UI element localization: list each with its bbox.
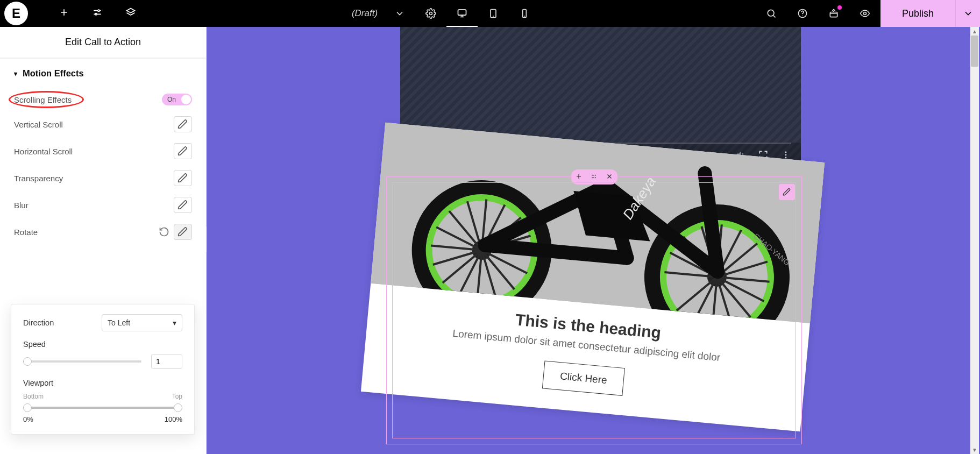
rotate-popover: Direction To Left ▾ Speed Viewport Botto… — [11, 304, 195, 435]
scrolling-effects-row: Scrolling Effects On — [0, 86, 206, 111]
horizontal-scroll-row: Horizontal Scroll — [0, 138, 206, 165]
speed-slider[interactable] — [23, 360, 141, 363]
svg-point-46 — [595, 177, 596, 178]
layers-icon[interactable] — [125, 7, 136, 20]
preview-icon[interactable] — [849, 0, 880, 27]
widget-selection-frame — [386, 176, 802, 444]
document-status[interactable]: (Draft) — [352, 8, 378, 19]
svg-rect-3 — [458, 10, 466, 15]
top-bar-left: E — [0, 0, 136, 27]
svg-point-13 — [785, 157, 787, 158]
section-motion-label: Motion Effects — [23, 68, 84, 79]
svg-point-12 — [785, 154, 787, 155]
svg-point-45 — [594, 177, 595, 178]
page-settings-icon[interactable] — [415, 0, 446, 27]
top-bar-right: Publish — [756, 0, 980, 27]
top-bar: E (Draft) — [0, 0, 980, 27]
svg-point-6 — [768, 10, 774, 16]
elementor-logo[interactable]: E — [4, 2, 28, 25]
direction-label: Direction — [23, 318, 54, 327]
chevron-down-icon: ▾ — [14, 70, 17, 77]
help-icon[interactable] — [787, 0, 818, 27]
svg-point-8 — [802, 16, 803, 16]
whats-new-icon[interactable] — [818, 0, 849, 27]
scrolling-effects-label: Scrolling Effects — [14, 95, 72, 104]
svg-point-41 — [592, 174, 593, 175]
vertical-scroll-row: Vertical Scroll — [0, 111, 206, 138]
scroll-down-icon[interactable]: ▼ — [970, 445, 979, 454]
scrolling-effects-toggle[interactable]: On — [162, 94, 192, 105]
speed-slider-thumb[interactable] — [23, 357, 32, 366]
svg-point-2 — [430, 12, 432, 15]
viewport-range-thumb-min[interactable] — [23, 403, 32, 412]
direction-value: To Left — [108, 318, 130, 327]
svg-rect-9 — [830, 12, 837, 17]
viewport-top-label: Top — [172, 393, 182, 400]
viewport-max-value: 100% — [165, 415, 182, 423]
panel-title: Edit Call to Action — [0, 27, 206, 58]
svg-point-0 — [98, 10, 100, 11]
publish-button[interactable]: Publish — [880, 0, 955, 27]
scrollbar-thumb[interactable] — [971, 36, 978, 67]
editor-panel: Edit Call to Action ▾ Motion Effects Scr… — [0, 27, 207, 454]
svg-point-1 — [95, 13, 97, 15]
transparency-row: Transparency — [0, 165, 206, 191]
widget-edit-handle[interactable] — [779, 184, 795, 200]
rotate-edit-button[interactable] — [174, 224, 192, 240]
preview-canvas: 0:00 / 0:20 — [207, 27, 980, 454]
vertical-scroll-edit-button[interactable] — [174, 116, 192, 132]
add-icon[interactable] — [59, 7, 69, 20]
blur-row: Blur — [0, 191, 206, 218]
responsive-mobile-icon[interactable] — [509, 0, 540, 27]
vertical-scroll-label: Vertical Scroll — [14, 120, 63, 129]
horizontal-scroll-edit-button[interactable] — [174, 143, 192, 159]
rotate-reset-button[interactable] — [159, 226, 169, 237]
notification-dot-icon — [837, 5, 842, 10]
draft-caret[interactable] — [384, 0, 415, 27]
canvas-scrollbar[interactable]: ▲ ▼ — [970, 27, 979, 454]
section-motion-effects[interactable]: ▾ Motion Effects — [0, 58, 206, 86]
speed-label: Speed — [23, 340, 182, 349]
finder-search-icon[interactable] — [756, 0, 787, 27]
settings-sliders-icon[interactable] — [92, 7, 103, 20]
blur-edit-button[interactable] — [174, 197, 192, 213]
viewport-min-value: 0% — [23, 415, 33, 423]
rotate-row: Rotate — [0, 218, 206, 245]
svg-point-43 — [595, 174, 596, 175]
blur-label: Blur — [14, 201, 29, 210]
widget-drag-handle[interactable] — [590, 173, 598, 182]
widget-delete-button[interactable] — [606, 173, 613, 182]
horizontal-scroll-label: Horizontal Scroll — [14, 147, 73, 156]
scroll-up-icon[interactable]: ▲ — [970, 27, 979, 36]
viewport-range[interactable] — [23, 403, 182, 412]
viewport-bottom-label: Bottom — [23, 393, 44, 400]
publish-options-button[interactable] — [955, 0, 980, 27]
transparency-edit-button[interactable] — [174, 170, 192, 186]
transparency-label: Transparency — [14, 174, 63, 183]
responsive-tablet-icon[interactable] — [478, 0, 509, 27]
widget-add-button[interactable] — [575, 173, 583, 182]
svg-point-11 — [785, 151, 787, 153]
speed-input[interactable] — [151, 354, 182, 369]
chevron-down-icon: ▾ — [173, 318, 176, 327]
svg-point-44 — [592, 177, 593, 178]
responsive-desktop-icon[interactable] — [446, 0, 478, 27]
viewport-range-thumb-max[interactable] — [174, 403, 182, 412]
direction-select[interactable]: To Left ▾ — [102, 314, 182, 331]
svg-point-42 — [594, 174, 595, 175]
rotate-label: Rotate — [14, 228, 38, 237]
svg-point-10 — [863, 12, 866, 15]
viewport-label: Viewport — [23, 379, 182, 387]
toggle-on-label: On — [167, 96, 176, 103]
